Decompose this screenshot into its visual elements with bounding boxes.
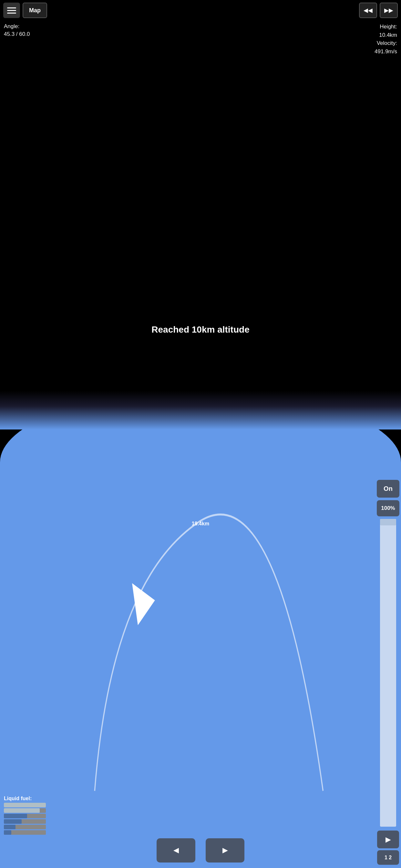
fuel-bar-background: [4, 825, 46, 829]
top-bar-right: ◀◀ ▶▶: [359, 3, 398, 18]
fuel-label: Liquid fuel:: [4, 796, 46, 802]
map-button[interactable]: Map: [23, 3, 47, 18]
flight-stats: Height: 10.4km Velocity: 491.9m/s: [374, 23, 397, 56]
bottom-next-button[interactable]: ▶: [206, 838, 244, 863]
fuel-bar-row: [4, 803, 46, 807]
fuel-bar-row: [4, 808, 46, 813]
rewind-icon: ◀◀: [364, 7, 373, 14]
menu-button[interactable]: [3, 3, 20, 18]
velocity-value: 491.9m/s: [374, 48, 397, 56]
prev-icon: ◀: [174, 846, 179, 855]
fuel-bar-fill: [4, 808, 40, 813]
forward-icon: ▶▶: [384, 7, 393, 14]
bottom-right-buttons: ▶ 1 2: [377, 831, 401, 865]
angle-stats: Angle: 45.3 / 60.0: [4, 23, 30, 38]
altitude-message: Reached 10km altitude: [151, 324, 249, 335]
svg-marker-0: [124, 571, 155, 625]
height-value: 10.4km: [374, 31, 397, 39]
distance-label: 19.4km: [192, 521, 209, 527]
next-icon: ▶: [222, 846, 228, 855]
fuel-bar-fill: [4, 803, 46, 807]
throttle-fill: [380, 519, 396, 827]
engine-on-button[interactable]: On: [377, 480, 399, 498]
bottom-prev-button[interactable]: ◀: [157, 838, 195, 863]
throttle-handle[interactable]: [380, 519, 396, 525]
menu-line: [7, 7, 16, 8]
fuel-bar-fill: [4, 819, 22, 824]
velocity-label: Velocity:: [374, 39, 397, 48]
height-label: Height:: [374, 23, 397, 31]
bottom-controls: ◀ ▶ ▶ 1 2: [0, 833, 401, 868]
throttle-percent-button[interactable]: 100%: [377, 500, 399, 516]
fuel-bar-row: [4, 825, 46, 829]
angle-value: 45.3 / 60.0: [4, 30, 30, 38]
fuel-bar-row: [4, 814, 46, 818]
fuel-bar-background: [4, 808, 46, 813]
rewind-button[interactable]: ◀◀: [359, 3, 377, 18]
numbering-button[interactable]: 1 2: [377, 850, 399, 865]
angle-label: Angle:: [4, 23, 30, 30]
fuel-bar-background: [4, 819, 46, 824]
top-bar-left: Map: [3, 3, 47, 18]
fuel-bar-background: [4, 803, 46, 807]
fuel-bar-fill: [4, 814, 27, 818]
right-controls: On 100%: [375, 477, 401, 829]
scene: 19.4km: [0, 0, 401, 868]
menu-line: [7, 12, 16, 13]
fuel-display: Liquid fuel:: [4, 796, 46, 836]
play-icon: ▶: [385, 835, 391, 844]
trajectory-path: [0, 0, 401, 868]
fuel-bars-container: [4, 803, 46, 835]
play-button[interactable]: ▶: [377, 831, 399, 848]
throttle-slider[interactable]: [380, 519, 396, 827]
forward-button[interactable]: ▶▶: [380, 3, 398, 18]
fuel-bar-row: [4, 819, 46, 824]
fuel-bar-background: [4, 814, 46, 818]
bottom-center-controls: ◀ ▶: [4, 838, 397, 863]
top-bar: Map ◀◀ ▶▶: [0, 0, 401, 21]
fuel-bar-fill: [4, 825, 16, 829]
menu-line: [7, 10, 16, 11]
